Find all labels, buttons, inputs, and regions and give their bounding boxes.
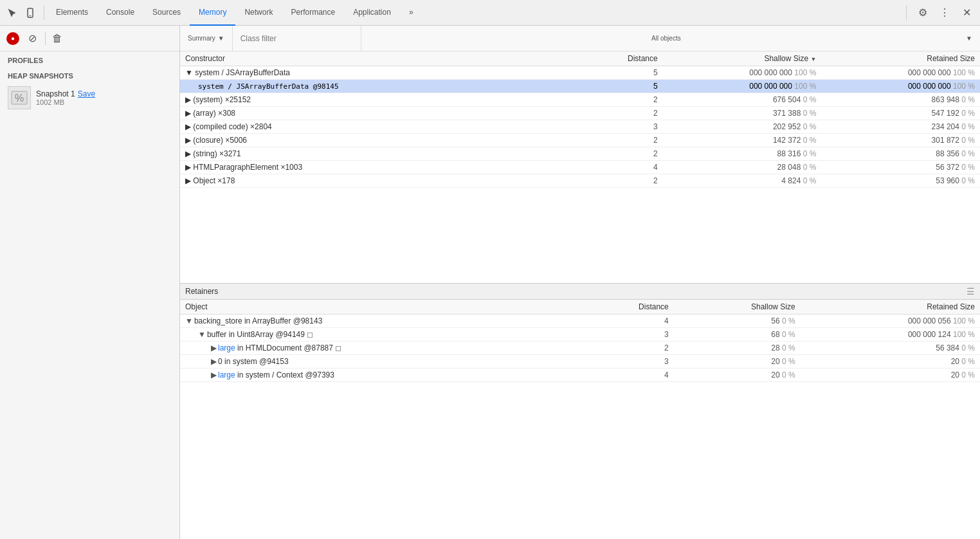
td-shallow: 20 0 %: [674, 355, 801, 369]
close-icon[interactable]: ✕: [958, 5, 975, 21]
upper-table-panel: Constructor Distance Shallow Size ▼ Reta…: [180, 51, 980, 283]
td-retained: 53 960 0 %: [821, 174, 980, 188]
class-filter-input[interactable]: [233, 26, 361, 51]
toolbar-divider: [45, 32, 46, 45]
expand-icon[interactable]: ▶: [211, 343, 217, 352]
tab-elements[interactable]: Elements: [47, 0, 97, 26]
td-retained: 547 192 0 %: [821, 107, 980, 120]
cell-plain-text: backing_store in ArrayBuffer @98143: [194, 316, 322, 325]
th-ret-shallow: Shallow Size: [674, 300, 801, 315]
snapshot-icon: %: [8, 86, 31, 109]
td-distance: 2: [580, 174, 663, 188]
all-objects-arrow: ▼: [966, 35, 972, 42]
td-retained: 56 384 0 %: [801, 342, 980, 355]
nav-tabs: Elements Console Sources Memory Network …: [47, 0, 422, 26]
table-row[interactable]: ▶ large in HTMLDocument @87887 2 28 0 % …: [180, 342, 980, 355]
all-objects-dropdown[interactable]: All objects ▼: [361, 26, 980, 51]
th-shallow-size[interactable]: Shallow Size ▼: [663, 51, 822, 66]
td-distance: 2: [580, 147, 663, 161]
td-distance: 5: [580, 80, 663, 93]
main-layout: ● ⊘ 🗑 Profiles HEAP SNAPSHOTS % Snapshot…: [0, 26, 980, 539]
th-retained-size: Retained Size: [821, 51, 980, 66]
td-retained: 20 0 %: [801, 369, 980, 382]
settings-icon[interactable]: ⚙: [914, 5, 931, 21]
table-row[interactable]: ▶ 0 in system @94153 3 20 0 % 20 0 %: [180, 355, 980, 369]
cell-plain-text: in HTMLDocument @87887: [235, 343, 333, 352]
devtools-navbar: Elements Console Sources Memory Network …: [0, 0, 980, 26]
profiles-heading: Profiles: [0, 51, 179, 67]
svg-rect-1: [30, 15, 32, 16]
table-row[interactable]: ▼ backing_store in ArrayBuffer @98143 4 …: [180, 315, 980, 328]
collapse-icon[interactable]: ▼: [198, 330, 206, 339]
td-retained: 56 372 0 %: [821, 161, 980, 174]
tab-performance[interactable]: Performance: [282, 0, 344, 26]
snapshot-name: Snapshot 1 Save: [36, 89, 172, 98]
td-retained: 234 204 0 %: [821, 120, 980, 134]
summary-dropdown[interactable]: Summary ▼: [180, 26, 233, 51]
link-text[interactable]: large: [218, 370, 235, 379]
td-constructor: ▶ Object ×178: [180, 174, 580, 188]
td-shallow: 202 952 0 %: [663, 120, 822, 134]
cursor-icon[interactable]: [5, 6, 19, 20]
collapse-icon[interactable]: ▼: [185, 316, 193, 325]
square-icon: [336, 346, 341, 351]
tab-memory[interactable]: Memory: [190, 0, 235, 26]
table-row[interactable]: ▼ system / JSArrayBufferData 5 000 000 0…: [180, 66, 980, 80]
snapshot-item[interactable]: % Snapshot 1 Save 1002 MB: [0, 82, 179, 113]
table-row[interactable]: ▶ (string) ×3271 2 88 316 0 % 88 356 0 %: [180, 147, 980, 161]
sidebar: ● ⊘ 🗑 Profiles HEAP SNAPSHOTS % Snapshot…: [0, 26, 180, 539]
lower-table-panel: Object Distance Shallow Size Retained Si…: [180, 300, 980, 539]
table-row[interactable]: ▼ buffer in Uint8Array @94149 3 68 0 % 0…: [180, 328, 980, 342]
sidebar-toolbar: ● ⊘ 🗑: [0, 26, 179, 51]
td-distance: 3: [580, 120, 663, 134]
td-shallow: 000 000 000 100 %: [663, 80, 822, 93]
td-constructor: ▶ (string) ×3271: [180, 147, 580, 161]
table-row[interactable]: ▶ (system) ×25152 2 676 504 0 % 863 948 …: [180, 93, 980, 107]
table-row[interactable]: ▶ large in system / Context @97393 4 20 …: [180, 369, 980, 382]
td-shallow: 28 048 0 %: [663, 161, 822, 174]
th-object: Object: [180, 300, 580, 315]
td-distance: 2: [580, 107, 663, 120]
expand-icon[interactable]: ▶: [211, 357, 217, 366]
heap-snapshots-heading: HEAP SNAPSHOTS: [0, 67, 179, 82]
table-row[interactable]: ▶ HTMLParagraphElement ×1003 4 28 048 0 …: [180, 161, 980, 174]
delete-button[interactable]: 🗑: [52, 33, 62, 44]
td-retained: 000 000 000 100 %: [821, 80, 980, 93]
td-constructor: system / JSArrayBufferData @98145: [180, 80, 580, 93]
th-constructor: Constructor: [180, 51, 580, 66]
snapshot-size: 1002 MB: [36, 98, 172, 106]
td-shallow: 56 0 %: [674, 315, 801, 328]
tab-sources[interactable]: Sources: [143, 0, 190, 26]
tab-network[interactable]: Network: [235, 0, 282, 26]
td-distance: 3: [580, 355, 674, 369]
tab-console[interactable]: Console: [97, 0, 143, 26]
tab-application[interactable]: Application: [344, 0, 400, 26]
more-icon[interactable]: ⋮: [936, 5, 953, 21]
expand-icon[interactable]: ▶: [211, 370, 217, 379]
td-distance: 5: [580, 66, 663, 80]
clear-button[interactable]: ⊘: [26, 32, 39, 45]
snapshot-save-link[interactable]: Save: [78, 89, 95, 98]
td-retained: 863 948 0 %: [821, 93, 980, 107]
retainers-menu-icon[interactable]: ☰: [966, 286, 975, 297]
tab-more[interactable]: »: [400, 0, 422, 26]
mobile-icon[interactable]: [23, 6, 37, 20]
table-row[interactable]: ▶ (closure) ×5006 2 142 372 0 % 301 872 …: [180, 134, 980, 147]
td-object: ▶ 0 in system @94153: [180, 355, 580, 369]
summary-dropdown-arrow: ▼: [218, 35, 224, 42]
table-row[interactable]: ▶ (array) ×308 2 371 388 0 % 547 192 0 %: [180, 107, 980, 120]
td-distance: 4: [580, 315, 674, 328]
th-ret-retained: Retained Size: [801, 300, 980, 315]
table-row[interactable]: system / JSArrayBufferData @98145 5 000 …: [180, 80, 980, 93]
td-shallow: 88 316 0 %: [663, 147, 822, 161]
retainers-table: Object Distance Shallow Size Retained Si…: [180, 300, 980, 382]
td-distance: 4: [580, 369, 674, 382]
td-retained: 88 356 0 %: [821, 147, 980, 161]
td-object: ▼ buffer in Uint8Array @94149: [180, 328, 580, 342]
td-distance: 2: [580, 134, 663, 147]
link-text[interactable]: large: [218, 343, 235, 352]
th-distance: Distance: [580, 51, 663, 66]
table-row[interactable]: ▶ (compiled code) ×2804 3 202 952 0 % 23…: [180, 120, 980, 134]
table-row[interactable]: ▶ Object ×178 2 4 824 0 % 53 960 0 %: [180, 174, 980, 188]
record-button[interactable]: ●: [6, 32, 19, 45]
